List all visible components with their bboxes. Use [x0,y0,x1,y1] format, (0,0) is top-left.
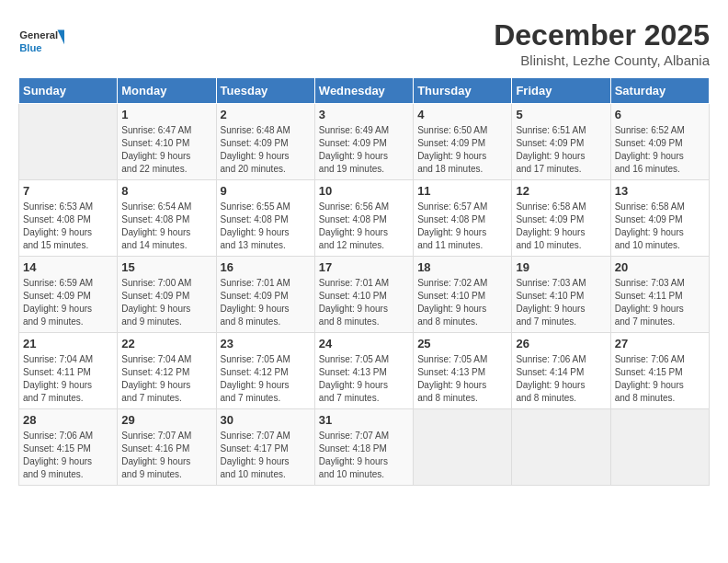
day-number: 9 [221,184,311,198]
day-cell: 3Sunrise: 6:49 AM Sunset: 4:09 PM Daylig… [314,104,413,180]
day-cell: 8Sunrise: 6:54 AM Sunset: 4:08 PM Daylig… [118,180,216,257]
day-info: Sunrise: 7:04 AM Sunset: 4:12 PM Dayligh… [121,353,211,405]
day-number: 11 [417,184,507,198]
weekday-header-saturday: Saturday [610,78,709,104]
day-number: 28 [23,413,113,427]
day-number: 4 [417,108,507,121]
day-cell: 16Sunrise: 7:01 AM Sunset: 4:09 PM Dayli… [216,257,314,333]
day-number: 23 [221,337,311,350]
day-info: Sunrise: 6:59 AM Sunset: 4:09 PM Dayligh… [23,277,113,328]
day-info: Sunrise: 7:06 AM Sunset: 4:15 PM Dayligh… [23,430,113,481]
day-number: 22 [121,337,211,350]
day-number: 2 [221,108,311,121]
day-cell: 29Sunrise: 7:07 AM Sunset: 4:16 PM Dayli… [118,409,216,486]
day-info: Sunrise: 7:05 AM Sunset: 4:12 PM Dayligh… [221,353,311,405]
day-info: Sunrise: 6:47 AM Sunset: 4:10 PM Dayligh… [121,124,211,176]
day-cell: 22Sunrise: 7:04 AM Sunset: 4:12 PM Dayli… [118,333,216,409]
day-number: 18 [417,260,507,274]
weekday-header-thursday: Thursday [414,78,512,104]
week-row-1: 1Sunrise: 6:47 AM Sunset: 4:10 PM Daylig… [19,104,710,180]
day-info: Sunrise: 6:49 AM Sunset: 4:09 PM Dayligh… [319,124,409,176]
day-info: Sunrise: 7:03 AM Sunset: 4:11 PM Dayligh… [615,277,705,328]
logo: General Blue [18,18,64,64]
svg-marker-2 [58,30,65,45]
day-cell: 27Sunrise: 7:06 AM Sunset: 4:15 PM Dayli… [610,333,709,409]
day-cell: 15Sunrise: 7:00 AM Sunset: 4:09 PM Dayli… [118,257,216,333]
day-cell: 10Sunrise: 6:56 AM Sunset: 4:08 PM Dayli… [314,180,413,257]
week-row-3: 14Sunrise: 6:59 AM Sunset: 4:09 PM Dayli… [19,257,710,333]
day-cell: 7Sunrise: 6:53 AM Sunset: 4:08 PM Daylig… [19,180,118,257]
day-info: Sunrise: 7:00 AM Sunset: 4:09 PM Dayligh… [121,277,211,328]
day-cell: 26Sunrise: 7:06 AM Sunset: 4:14 PM Dayli… [512,333,610,409]
day-info: Sunrise: 7:06 AM Sunset: 4:15 PM Dayligh… [615,353,705,405]
weekday-header-row: SundayMondayTuesdayWednesdayThursdayFrid… [19,78,710,104]
day-cell [610,409,709,486]
day-info: Sunrise: 7:01 AM Sunset: 4:09 PM Dayligh… [221,277,311,328]
day-info: Sunrise: 6:58 AM Sunset: 4:09 PM Dayligh… [516,201,606,252]
day-cell: 1Sunrise: 6:47 AM Sunset: 4:10 PM Daylig… [118,104,216,180]
weekday-header-tuesday: Tuesday [216,78,314,104]
day-number: 5 [516,108,606,121]
day-number: 10 [319,184,409,198]
weekday-header-friday: Friday [512,78,610,104]
svg-text:Blue: Blue [19,42,41,53]
month-title: December 2025 [494,18,710,52]
day-cell: 11Sunrise: 6:57 AM Sunset: 4:08 PM Dayli… [414,180,512,257]
day-cell: 9Sunrise: 6:55 AM Sunset: 4:08 PM Daylig… [216,180,314,257]
day-info: Sunrise: 7:04 AM Sunset: 4:11 PM Dayligh… [23,353,113,405]
day-number: 29 [121,413,211,427]
calendar-table: SundayMondayTuesdayWednesdayThursdayFrid… [18,77,710,486]
day-info: Sunrise: 7:07 AM Sunset: 4:17 PM Dayligh… [221,430,311,481]
day-number: 27 [615,337,705,350]
day-number: 31 [319,413,409,427]
day-info: Sunrise: 6:54 AM Sunset: 4:08 PM Dayligh… [121,201,211,252]
day-cell: 5Sunrise: 6:51 AM Sunset: 4:09 PM Daylig… [512,104,610,180]
day-info: Sunrise: 7:01 AM Sunset: 4:10 PM Dayligh… [319,277,409,328]
day-cell: 19Sunrise: 7:03 AM Sunset: 4:10 PM Dayli… [512,257,610,333]
weekday-header-wednesday: Wednesday [314,78,413,104]
day-info: Sunrise: 7:05 AM Sunset: 4:13 PM Dayligh… [319,353,409,405]
day-cell [414,409,512,486]
day-cell: 2Sunrise: 6:48 AM Sunset: 4:09 PM Daylig… [216,104,314,180]
day-number: 15 [121,260,211,274]
day-cell: 4Sunrise: 6:50 AM Sunset: 4:09 PM Daylig… [414,104,512,180]
day-cell: 23Sunrise: 7:05 AM Sunset: 4:12 PM Dayli… [216,333,314,409]
week-row-5: 28Sunrise: 7:06 AM Sunset: 4:15 PM Dayli… [19,409,710,486]
day-number: 3 [319,108,409,121]
location-subtitle: Blinisht, Lezhe County, Albania [494,52,710,68]
logo-svg: General Blue [18,18,64,64]
header: General Blue December 2025 Blinisht, Lez… [18,18,710,68]
week-row-4: 21Sunrise: 7:04 AM Sunset: 4:11 PM Dayli… [19,333,710,409]
day-number: 8 [121,184,211,198]
day-cell: 20Sunrise: 7:03 AM Sunset: 4:11 PM Dayli… [610,257,709,333]
day-number: 7 [23,184,113,198]
day-info: Sunrise: 6:57 AM Sunset: 4:08 PM Dayligh… [417,201,507,252]
day-cell: 17Sunrise: 7:01 AM Sunset: 4:10 PM Dayli… [314,257,413,333]
day-info: Sunrise: 6:48 AM Sunset: 4:09 PM Dayligh… [221,124,311,176]
day-number: 30 [221,413,311,427]
day-number: 17 [319,260,409,274]
day-number: 21 [23,337,113,350]
day-cell: 24Sunrise: 7:05 AM Sunset: 4:13 PM Dayli… [314,333,413,409]
title-area: December 2025 Blinisht, Lezhe County, Al… [494,18,710,68]
day-info: Sunrise: 6:52 AM Sunset: 4:09 PM Dayligh… [615,124,705,176]
day-info: Sunrise: 6:58 AM Sunset: 4:09 PM Dayligh… [615,201,705,252]
day-info: Sunrise: 7:07 AM Sunset: 4:18 PM Dayligh… [319,430,409,481]
day-number: 6 [615,108,705,121]
day-cell [19,104,118,180]
day-cell: 28Sunrise: 7:06 AM Sunset: 4:15 PM Dayli… [19,409,118,486]
day-number: 20 [615,260,705,274]
day-cell: 25Sunrise: 7:05 AM Sunset: 4:13 PM Dayli… [414,333,512,409]
day-number: 19 [516,260,606,274]
day-cell: 31Sunrise: 7:07 AM Sunset: 4:18 PM Dayli… [314,409,413,486]
day-cell: 6Sunrise: 6:52 AM Sunset: 4:09 PM Daylig… [610,104,709,180]
day-number: 25 [417,337,507,350]
day-info: Sunrise: 7:03 AM Sunset: 4:10 PM Dayligh… [516,277,606,328]
week-row-2: 7Sunrise: 6:53 AM Sunset: 4:08 PM Daylig… [19,180,710,257]
day-cell: 21Sunrise: 7:04 AM Sunset: 4:11 PM Dayli… [19,333,118,409]
day-cell: 14Sunrise: 6:59 AM Sunset: 4:09 PM Dayli… [19,257,118,333]
day-info: Sunrise: 7:06 AM Sunset: 4:14 PM Dayligh… [516,353,606,405]
day-cell: 30Sunrise: 7:07 AM Sunset: 4:17 PM Dayli… [216,409,314,486]
day-number: 12 [516,184,606,198]
day-info: Sunrise: 6:55 AM Sunset: 4:08 PM Dayligh… [221,201,311,252]
